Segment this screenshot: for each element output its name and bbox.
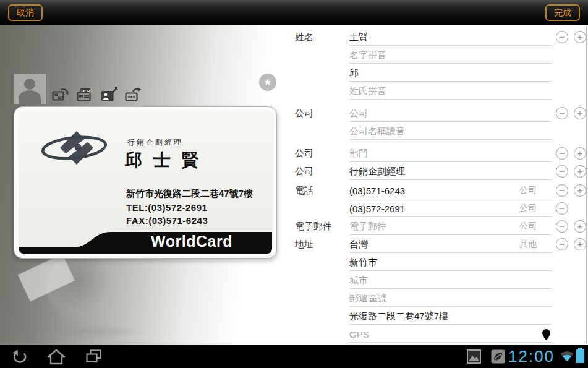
- field-value: 台灣: [349, 239, 368, 250]
- battery-icon[interactable]: [576, 349, 584, 363]
- form-row: 郵遞區號 − +: [295, 290, 588, 308]
- add-field-button[interactable]: +: [574, 165, 586, 178]
- add-field-button[interactable]: +: [574, 147, 586, 160]
- field-label: 電話: [295, 182, 349, 199]
- remove-field-button[interactable]: −: [556, 107, 568, 119]
- status-clock[interactable]: 12:00: [508, 347, 555, 366]
- avatar-body-shape: [19, 90, 41, 104]
- remove-field-button[interactable]: −: [556, 165, 568, 178]
- field-input[interactable]: 部門: [349, 145, 552, 162]
- remove-field-button[interactable]: −: [556, 220, 568, 233]
- wifi-icon[interactable]: [560, 351, 574, 362]
- field-type-tag[interactable]: 其他: [519, 239, 537, 250]
- field-input[interactable]: 電子郵件 公司: [349, 218, 552, 235]
- field-input[interactable]: 公司名稱讀音: [349, 123, 552, 140]
- field-placeholder: 姓氏拼音: [349, 85, 386, 97]
- field-type-tag[interactable]: 公司: [519, 203, 537, 214]
- card-toolbar: 90 OCR: [52, 87, 142, 104]
- form-row: 公司 部門 − +: [295, 145, 588, 163]
- photo-thumbnail-icon[interactable]: [467, 349, 481, 364]
- add-field-button[interactable]: +: [574, 107, 586, 119]
- contact-avatar-placeholder[interactable]: [14, 74, 46, 104]
- field-input[interactable]: 姓氏拼音: [349, 83, 552, 100]
- form-row: 地址 台灣 其他 − +: [295, 236, 588, 254]
- form-row: 姓氏拼音 − +: [295, 83, 588, 101]
- field-label: 公司: [295, 145, 349, 161]
- field-placeholder: 城市: [349, 275, 368, 286]
- form-row: 公司 行銷企劃經理 − +: [295, 163, 588, 181]
- back-icon[interactable]: [11, 349, 28, 364]
- star-icon[interactable]: ★: [259, 74, 276, 91]
- field-label: 公司: [295, 105, 349, 121]
- field-placeholder: 公司名稱讀音: [349, 126, 405, 137]
- field-placeholder: 公司: [349, 108, 368, 119]
- field-label: 電子郵件: [295, 218, 349, 234]
- field-type-tag[interactable]: 公司: [519, 221, 537, 232]
- business-card-scan: 行銷企劃經理 邱 士 賢 新竹市光復路二段二巷47號7樓 TEL:(03)572…: [19, 111, 272, 254]
- add-field-button[interactable]: +: [574, 184, 586, 197]
- form-row: (03)572-2691 公司 − +: [295, 200, 588, 218]
- field-input[interactable]: 城市: [349, 272, 552, 289]
- contact-edit-form: 姓名 土賢 − + 名字拼音 − +: [284, 25, 588, 345]
- field-input[interactable]: (03)572-2691 公司: [349, 200, 552, 217]
- done-button[interactable]: 完成: [545, 4, 580, 21]
- field-value: 邱: [349, 67, 359, 79]
- field-input[interactable]: 新竹市: [349, 254, 552, 271]
- field-input[interactable]: 名字拼音: [349, 47, 552, 64]
- card-brand-name: WorldCard: [111, 233, 272, 250]
- add-field-button[interactable]: +: [574, 220, 586, 233]
- remove-field-button[interactable]: −: [556, 184, 568, 197]
- form-scrollbar[interactable]: [586, 26, 587, 344]
- avatar-head-shape: [24, 79, 35, 90]
- edit-photo-icon[interactable]: [100, 87, 117, 104]
- add-field-button[interactable]: +: [574, 31, 586, 43]
- business-card-image[interactable]: 行銷企劃經理 邱 士 賢 新竹市光復路二段二巷47號7樓 TEL:(03)572…: [14, 106, 277, 259]
- field-value: 光復路二段二巷47號7樓: [349, 310, 448, 322]
- form-row: 新竹市 − +: [295, 254, 588, 272]
- globe-watermark-shadow: [34, 323, 148, 340]
- form-row: 電話 (03)571-6243 公司 − +: [295, 182, 588, 200]
- field-input[interactable]: (03)571-6243 公司: [349, 182, 552, 199]
- system-navigation-bar: 12:00: [0, 345, 588, 368]
- field-input[interactable]: 行銷企劃經理: [349, 163, 552, 180]
- cancel-button[interactable]: 取消: [8, 4, 43, 21]
- field-value: 土賢: [349, 32, 368, 43]
- field-input[interactable]: 郵遞區號: [349, 290, 552, 307]
- rotate-90-icon[interactable]: 90: [52, 87, 69, 104]
- field-input[interactable]: GPS: [349, 326, 552, 343]
- remove-field-button[interactable]: −: [556, 31, 568, 43]
- gps-pin-icon[interactable]: [542, 329, 550, 340]
- field-placeholder: 部門: [349, 148, 368, 160]
- field-value: (03)571-6243: [349, 186, 405, 196]
- remove-field-button[interactable]: −: [556, 147, 568, 160]
- add-field-button[interactable]: +: [574, 238, 586, 250]
- card-preview-panel: 90 OCR: [0, 25, 284, 345]
- remove-field-button[interactable]: −: [556, 202, 568, 215]
- form-row: 公司 公司 − +: [295, 105, 588, 123]
- field-placeholder: 電子郵件: [349, 221, 386, 233]
- recent-apps-icon[interactable]: [85, 349, 103, 364]
- form-row: 名字拼音 − +: [295, 47, 588, 65]
- home-icon[interactable]: [47, 349, 66, 365]
- field-value: 新竹市: [349, 257, 377, 268]
- field-input[interactable]: 公司: [349, 105, 552, 122]
- export-card-icon[interactable]: [124, 87, 142, 104]
- field-input[interactable]: 邱: [349, 65, 552, 82]
- field-value: 行銷企劃經理: [349, 166, 405, 178]
- field-label: 姓名: [295, 29, 349, 45]
- field-label: 地址: [295, 236, 349, 252]
- field-value: (03)572-2691: [349, 203, 405, 214]
- field-input[interactable]: 土賢: [349, 29, 552, 46]
- field-label: 公司: [295, 163, 349, 179]
- svg-text:OCR: OCR: [82, 88, 90, 93]
- form-row: 邱 − +: [295, 65, 588, 83]
- leaf-icon[interactable]: [491, 349, 505, 364]
- ocr-icon[interactable]: OCR: [76, 87, 93, 104]
- field-placeholder: 郵遞區號: [349, 293, 386, 304]
- field-input[interactable]: 光復路二段二巷47號7樓: [349, 308, 552, 325]
- field-type-tag[interactable]: 公司: [519, 185, 537, 196]
- remove-field-button[interactable]: −: [556, 238, 568, 250]
- field-input[interactable]: 台灣 其他: [349, 236, 552, 253]
- form-row: GPS − +: [295, 326, 588, 344]
- form-row: 城市 − +: [295, 272, 588, 290]
